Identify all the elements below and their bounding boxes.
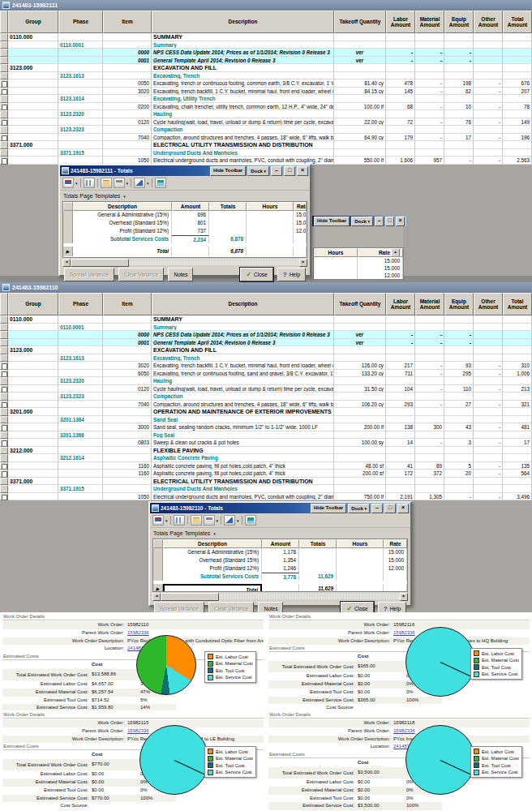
cell-material[interactable] xyxy=(415,110,444,118)
cell-phase[interactable]: 3212.1614 xyxy=(58,454,103,462)
reports-icon[interactable] xyxy=(152,515,164,526)
cell-other[interactable]: - xyxy=(474,88,503,96)
cell-desc[interactable]: Asphaltic concrete paving, fill pot hole… xyxy=(152,462,334,470)
cell-equip[interactable] xyxy=(444,315,474,324)
column-header-item[interactable]: Item xyxy=(103,11,152,33)
cell-total[interactable] xyxy=(503,447,532,455)
row-selector[interactable] xyxy=(0,79,8,88)
cell-hours[interactable] xyxy=(337,556,384,564)
cell-equip[interactable] xyxy=(444,126,474,134)
cell-item[interactable] xyxy=(103,126,152,134)
cell-labor[interactable] xyxy=(386,416,415,424)
cell-total[interactable]: 564 xyxy=(503,470,532,478)
cell-desc[interactable]: Excavating, Trench xyxy=(152,354,334,363)
column-header-total[interactable]: Total Amount xyxy=(503,11,532,33)
cell-phase[interactable] xyxy=(58,346,103,354)
cell-labor[interactable] xyxy=(386,33,415,41)
dialog-titlebar[interactable]: 241483-15982110 - Totals Hide Toolbar Do… xyxy=(150,503,410,513)
cell-material[interactable] xyxy=(415,354,444,363)
cell-item[interactable]: 0200 xyxy=(103,103,152,111)
cell-desc[interactable]: SUMMARY xyxy=(152,33,334,41)
table-row[interactable]: 3020Excavating, trench backfill, 1 C.Y. … xyxy=(0,88,532,96)
cell-other[interactable] xyxy=(474,315,503,324)
cell-qty[interactable]: 106.20 cy xyxy=(334,401,386,409)
cell-other[interactable] xyxy=(474,324,503,332)
table-row[interactable]: 0110.0001Summary xyxy=(0,41,532,49)
cell-labor[interactable]: 172 xyxy=(386,470,415,478)
cell-amount[interactable]: 696 xyxy=(172,211,209,219)
cell-amount[interactable]: 3,778 xyxy=(262,573,299,581)
table-row[interactable]: 3371.1915Underground Ducts And Manholes xyxy=(0,149,532,157)
minimize-button[interactable]: – xyxy=(271,166,282,176)
cell-total[interactable] xyxy=(503,354,532,363)
cell-qty[interactable] xyxy=(334,324,386,332)
table-row[interactable]: 3123.2323Compaction xyxy=(0,393,532,401)
cell-item[interactable]: 0120 xyxy=(103,385,152,393)
cell-other[interactable] xyxy=(474,447,503,455)
table-row[interactable]: 0120Cycle hauling(wait, load, travel, un… xyxy=(0,385,532,393)
row-selector[interactable] xyxy=(0,462,8,470)
cell-group[interactable] xyxy=(8,423,58,431)
cell-phase[interactable] xyxy=(58,79,103,88)
close-window-button[interactable]: × xyxy=(396,217,405,226)
cell-item[interactable] xyxy=(103,72,152,80)
cell-qty[interactable] xyxy=(334,95,386,103)
column-header-qty[interactable]: Takeoff Quantity xyxy=(334,293,386,315)
cell-qty[interactable]: 100.00 lf xyxy=(334,103,386,111)
cell-group[interactable] xyxy=(8,57,58,65)
cell-equip[interactable] xyxy=(444,393,474,401)
scroll-right-icon[interactable]: ▶ xyxy=(299,259,307,267)
row-selector[interactable] xyxy=(153,564,163,573)
row-selector[interactable] xyxy=(0,362,8,370)
totals-row[interactable]: 15.000 xyxy=(314,257,403,264)
cell-labor[interactable]: 145 xyxy=(386,88,415,96)
table-row[interactable]: 0110.0001Summary xyxy=(0,324,532,332)
cell-desc[interactable]: General & Administrative (15%) xyxy=(73,211,172,219)
cell-phase[interactable] xyxy=(58,385,103,393)
cell-desc[interactable]: Excavating, trench backfill, 1 C.Y. buck… xyxy=(152,88,334,96)
table-row[interactable]: 3123.2320Hauling xyxy=(0,110,532,118)
cell-group[interactable] xyxy=(8,103,58,111)
table-row[interactable]: 0110.000SUMMARY xyxy=(0,315,532,324)
column-header-labor[interactable]: Labor Amount xyxy=(386,11,415,33)
chevron-down-icon[interactable]: ▾ xyxy=(165,517,168,525)
cell-group[interactable]: 3371.000 xyxy=(8,478,58,486)
totals-row[interactable]: General & Administrative (15%)69615.000 xyxy=(63,211,307,219)
cell-group[interactable] xyxy=(8,41,58,49)
cell-group[interactable]: 3371.000 xyxy=(8,141,58,149)
cell-equip[interactable] xyxy=(444,72,474,80)
horizontal-scrollbar[interactable]: ◀ ▶ xyxy=(152,593,408,599)
table-row[interactable]: 0110.000SUMMARY xyxy=(0,33,532,41)
cell-equip[interactable] xyxy=(444,324,474,332)
scrollbar-thumb[interactable] xyxy=(71,259,129,267)
cell-rate[interactable]: 15.000 xyxy=(358,257,403,264)
table-row[interactable]: 0120Cycle hauling(wait, load, travel, un… xyxy=(0,118,532,127)
row-selector[interactable] xyxy=(0,439,8,447)
cell-group[interactable] xyxy=(8,416,58,424)
table-row[interactable]: 7040Compaction, around structures and tr… xyxy=(0,401,532,409)
totals-row[interactable]: General & Administrative (15%)1,17815.00… xyxy=(153,548,407,556)
cell-totals[interactable] xyxy=(209,227,247,235)
cell-labor[interactable] xyxy=(386,95,415,103)
cell-qty[interactable] xyxy=(334,346,386,354)
row-selector[interactable] xyxy=(0,493,8,501)
cell-labor[interactable]: 293 xyxy=(386,401,415,409)
cell-material[interactable] xyxy=(415,64,444,72)
cell-other[interactable] xyxy=(474,57,503,65)
close-window-button[interactable]: × xyxy=(297,166,308,176)
cell-total[interactable] xyxy=(503,49,532,57)
cell-total[interactable]: 2,563 xyxy=(503,157,532,165)
cell-desc[interactable]: ELECTRICAL UTILITY TRANSMISSION AND DIST… xyxy=(152,141,334,149)
cell-phase[interactable]: 0110.0001 xyxy=(58,41,103,49)
cell-group[interactable] xyxy=(8,454,58,462)
cell-group[interactable] xyxy=(8,49,58,57)
cell-qty[interactable] xyxy=(334,447,386,455)
cell-rate[interactable]: 15.000 xyxy=(358,264,403,272)
column-header-hours[interactable]: Hours xyxy=(314,248,358,257)
cell-material[interactable]: - xyxy=(415,134,444,142)
table-row[interactable]: 1160Asphaltic concrete paving, fill pot … xyxy=(0,470,532,478)
cell-phase[interactable]: 3201.1366 xyxy=(58,431,103,440)
cell-material[interactable]: - xyxy=(415,88,444,96)
cell-equip[interactable] xyxy=(444,454,474,462)
chevron-down-icon[interactable]: ▾ xyxy=(75,179,78,187)
